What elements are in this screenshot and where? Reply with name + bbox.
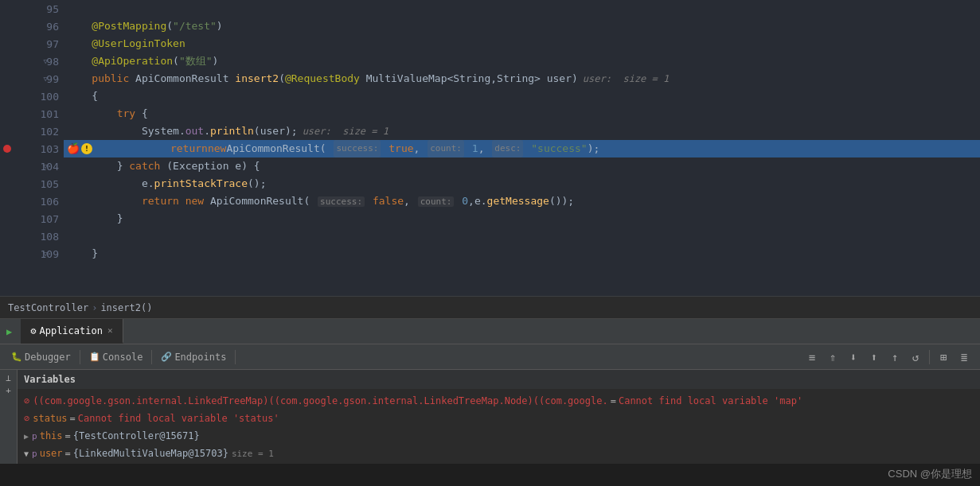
- gutter-row-98: ▽ 98: [0, 52, 64, 70]
- code-line-103: 🍎 ! return new ApiCommonResult( success:…: [64, 140, 980, 157]
- gutter-row-extra: [0, 262, 64, 296]
- debugger-label: Debugger: [25, 352, 71, 363]
- code-line-101: try {: [64, 105, 980, 122]
- toolbar-sep-2: [151, 350, 152, 364]
- bottom-panel: ▶ ⚙ Application ✕ 🐛 Debugger 📋 Console 🔗: [0, 318, 980, 464]
- sub-tab-endpoints[interactable]: 🔗 Endpoints: [156, 344, 231, 369]
- sub-tab-debugger[interactable]: 🐛 Debugger: [6, 344, 76, 369]
- var-user-value: {LinkedMultiValueMap@15703}: [73, 448, 228, 459]
- code-line-102: System.out.println(user);user: size = 1: [64, 122, 980, 140]
- breadcrumb-item-1[interactable]: TestController: [8, 302, 88, 313]
- code-line-108: [64, 227, 980, 245]
- code-line-104: } catch (Exception e) {: [64, 157, 980, 175]
- code-line-105: e.printStackTrace();: [64, 175, 980, 192]
- toolbar-btn-list[interactable]: ≡: [802, 348, 822, 367]
- var-this-name: this: [40, 430, 63, 441]
- gutter-row-106: 106: [0, 192, 64, 210]
- fold-icon-104[interactable]: ▽: [44, 162, 48, 170]
- gutter-row-105: 105: [0, 175, 64, 192]
- endpoints-label: Endpoints: [174, 352, 226, 363]
- app-run-icon: ▶: [6, 326, 12, 337]
- breadcrumb-bar: TestController › insert2(): [0, 296, 980, 318]
- var-this-type-icon: p: [32, 431, 37, 441]
- var-row-user[interactable]: ▼ p user = {LinkedMultiValueMap@15703} s…: [18, 445, 980, 462]
- toolbar-btn-grid[interactable]: ⊞: [934, 348, 953, 367]
- var-row-this[interactable]: ▶ p this = {TestController@15671}: [18, 427, 980, 445]
- toolbar-btn-align[interactable]: ≣: [955, 348, 974, 367]
- gutter-row-99: ▽ 99: [0, 70, 64, 87]
- toolbar-btn-refresh[interactable]: ↺: [906, 348, 925, 367]
- panel-body: ⊥ + Variables ⊘ ((com.google.gson.intern…: [0, 370, 980, 464]
- console-label: Console: [103, 352, 143, 363]
- toolbar-sep-4: [929, 350, 930, 364]
- console-icon: 📋: [89, 352, 100, 362]
- gutter-row-104: ▽ 104: [0, 157, 64, 175]
- line-gutter: 95 96 97 ▽ 98 ▽ 99 100 101 102 103: [0, 0, 64, 296]
- toolbar-sep-3: [235, 350, 236, 364]
- var-map-content: ((com.google.gson.internal.LinkedTreeMap…: [33, 395, 607, 406]
- gutter-row-103: 103: [0, 140, 64, 157]
- gutter-row-107: 107: [0, 210, 64, 227]
- code-text-area[interactable]: @PostMapping("/test") @UserLoginToken @A…: [64, 0, 980, 296]
- fold-icon-98[interactable]: ▽: [44, 57, 48, 65]
- gutter-row-109: ▽ 109: [0, 245, 64, 262]
- panel-tabs: ▶ ⚙ Application ✕: [0, 319, 980, 344]
- gutter-row-96: 96: [0, 17, 64, 35]
- var-user-size: size = 1: [232, 449, 274, 459]
- code-line-95: [64, 0, 980, 17]
- breadcrumb-item-2[interactable]: insert2(): [100, 302, 152, 313]
- sub-tab-console[interactable]: 📋 Console: [84, 344, 148, 369]
- var-map-eq: =: [611, 395, 616, 406]
- code-body: 95 96 97 ▽ 98 ▽ 99 100 101 102 103: [0, 0, 980, 296]
- var-this-eq: =: [65, 430, 71, 441]
- gutter-row-108: 108: [0, 227, 64, 245]
- application-tab-close[interactable]: ✕: [107, 325, 113, 336]
- variables-panel: Variables ⊘ ((com.google.gson.internal.L…: [18, 370, 980, 464]
- code-line-107: }: [64, 210, 980, 227]
- app-icon-area: ▶: [0, 319, 21, 344]
- application-tab-icon: ⚙: [30, 325, 36, 336]
- code-line-96: @PostMapping("/test"): [64, 17, 980, 35]
- code-line-109: }: [64, 245, 980, 262]
- debugger-icon: 🐛: [11, 352, 22, 362]
- code-line-106: return new ApiCommonResult( success: fal…: [64, 192, 980, 210]
- toolbar-sep-1: [80, 350, 80, 364]
- debug-toolbar: 🐛 Debugger 📋 Console 🔗 Endpoints ≡ ⇑ ⬇ ⬆…: [0, 344, 980, 370]
- var-row-status[interactable]: ⊘ status = Cannot find local variable 's…: [18, 410, 980, 427]
- expand-arrow-user[interactable]: ▼: [24, 449, 29, 458]
- code-line-99: public ApiCommonResult insert2(@RequestB…: [64, 70, 980, 87]
- main-layout: 95 96 97 ▽ 98 ▽ 99 100 101 102 103: [0, 0, 980, 486]
- gutter-row-102: 102: [0, 122, 64, 140]
- var-row-loginUser[interactable]: ▶ p "loginUser" -> {ArrayList@15738} siz…: [18, 462, 980, 464]
- var-user-eq: =: [65, 448, 71, 459]
- toolbar-btn-up-arrow[interactable]: ⇑: [823, 348, 842, 367]
- var-user-name: user: [40, 448, 63, 459]
- breakpoint-103[interactable]: [3, 145, 11, 153]
- toolbar-btn-upload[interactable]: ⬆: [865, 348, 884, 367]
- application-tab-label: Application: [39, 325, 102, 336]
- var-status-value: Cannot find local variable 'status': [78, 413, 279, 424]
- gutter-row-95: 95: [0, 0, 64, 17]
- fold-icon-99[interactable]: ▽: [44, 75, 48, 83]
- toolbar-btn-download[interactable]: ⬇: [844, 348, 863, 367]
- expand-arrow-this[interactable]: ▶: [24, 432, 29, 441]
- breadcrumb-separator: ›: [92, 302, 97, 313]
- error-icon-status: ⊘: [24, 413, 29, 424]
- toolbar-btn-arrow-up[interactable]: ↑: [885, 348, 904, 367]
- left-bar-btn-add[interactable]: +: [6, 386, 11, 396]
- fold-icon-109[interactable]: ▽: [44, 250, 48, 258]
- code-line-100: {: [64, 87, 980, 105]
- gutter-row-101: 101: [0, 105, 64, 122]
- code-line-97: @UserLoginToken: [64, 35, 980, 52]
- var-user-type-icon: p: [32, 449, 37, 459]
- left-bar-btn-filter[interactable]: ⊥: [6, 373, 11, 383]
- variables-title: Variables: [24, 374, 76, 385]
- hint-bulb-103[interactable]: !: [81, 143, 92, 154]
- code-line-98: @ApiOperation("数组"): [64, 52, 980, 70]
- var-this-value: {TestController@15671}: [73, 430, 200, 441]
- tab-application[interactable]: ⚙ Application ✕: [21, 319, 123, 344]
- var-row-map[interactable]: ⊘ ((com.google.gson.internal.LinkedTreeM…: [18, 392, 980, 410]
- csdn-watermark: CSDN @你是理想: [888, 467, 972, 481]
- variables-list: ⊘ ((com.google.gson.internal.LinkedTreeM…: [18, 389, 980, 464]
- error-icon-map: ⊘: [24, 395, 29, 406]
